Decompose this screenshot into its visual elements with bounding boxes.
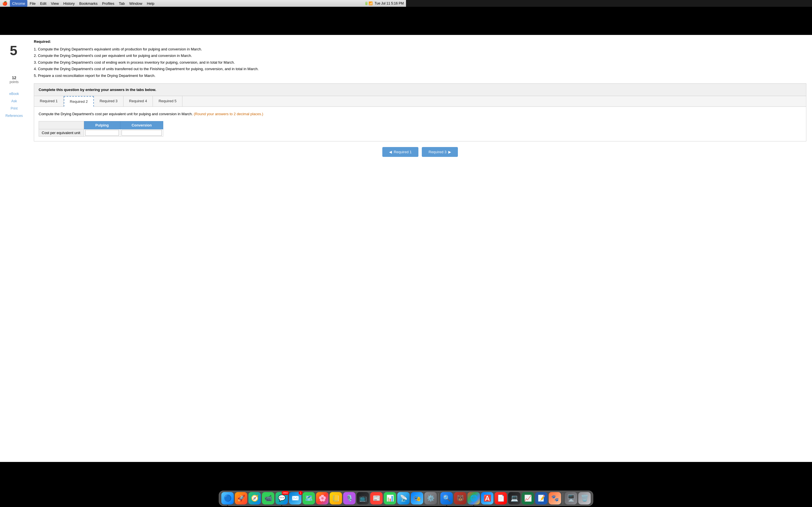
system-icons: 🔋📶 [364, 1, 373, 5]
conversion-input[interactable] [121, 130, 162, 136]
sidebar-link-ebook[interactable]: eBook [2, 91, 26, 97]
tab-required-2[interactable]: Required 2 [64, 96, 94, 107]
required-item-2: 2. Compute the Drying Department's cost … [34, 52, 406, 59]
tabs-container: Required 1 Required 2 Required 3 Require… [34, 96, 406, 142]
row-label: Cost per equivalent unit [39, 129, 84, 136]
tabs-row: Required 1 Required 2 Required 3 Require… [34, 96, 406, 107]
complete-box: Complete this question by entering your … [34, 83, 406, 96]
menubar-help[interactable]: Help [145, 0, 157, 7]
tab-required-5[interactable]: Required 5 [153, 96, 183, 107]
menubar: 🍎 Chrome File Edit View History Bookmark… [0, 0, 406, 7]
instruction-text: Compute the Drying Department's cost per… [39, 112, 193, 116]
tab-content: Compute the Drying Department's cost per… [34, 107, 406, 142]
sidebar-link-print[interactable]: Print [2, 105, 26, 112]
menubar-view[interactable]: View [49, 0, 61, 7]
required-list: 1. Compute the Drying Department's equiv… [34, 46, 406, 79]
menubar-tab[interactable]: Tab [116, 0, 127, 7]
main-content: Required: 1. Compute the Drying Departme… [28, 35, 406, 253]
cost-table: Pulping Conversion Cost per equivalent u… [39, 121, 163, 136]
conversion-input-cell [120, 129, 163, 136]
pulping-header: Pulping [84, 121, 120, 129]
prev-button[interactable]: ◀ Required 1 [382, 147, 406, 157]
browser-content: 5 12 points eBook Ask Print References R… [0, 35, 406, 253]
conversion-header: Conversion [120, 121, 163, 129]
complete-text: Complete this question by entering your … [39, 88, 156, 92]
menubar-chrome[interactable]: Chrome [10, 0, 28, 7]
pulping-input[interactable] [85, 130, 119, 136]
menubar-edit[interactable]: Edit [38, 0, 49, 7]
points-label: points [2, 80, 26, 84]
menubar-right: 🔋📶 Tue Jul 11 5:16 PM [364, 1, 404, 5]
prev-label: Required 1 [394, 150, 406, 154]
pulping-input-cell [84, 129, 120, 136]
browser-window: 5 12 points eBook Ask Print References R… [0, 7, 406, 253]
required-item-3: 3. Compute the Drying Department's cost … [34, 59, 406, 66]
tab-required-3[interactable]: Required 3 [94, 96, 123, 107]
tab-required-4[interactable]: Required 4 [123, 96, 153, 107]
menubar-file[interactable]: File [28, 0, 38, 7]
browser-top-black [0, 7, 406, 35]
sidebar-link-references[interactable]: References [2, 113, 26, 119]
datetime: Tue Jul 11 5:16 PM [374, 1, 404, 5]
nav-buttons: ◀ Required 1 Required 3 ▶ [34, 147, 406, 163]
problem-number: 5 [7, 44, 20, 57]
points-number: 12 [2, 75, 26, 80]
menubar-bookmarks[interactable]: Bookmarks [77, 0, 100, 7]
menubar-history[interactable]: History [61, 0, 77, 7]
tab-instruction: Compute the Drying Department's cost per… [39, 111, 406, 117]
empty-header [39, 121, 84, 129]
required-item-5: 5. Prepare a cost reconciliation report … [34, 72, 406, 79]
menubar-window[interactable]: Window [127, 0, 144, 7]
tab-required-1[interactable]: Required 1 [34, 96, 64, 107]
table-row: Cost per equivalent unit [39, 129, 163, 136]
sidebar-link-ask[interactable]: Ask [2, 98, 26, 104]
instruction-note-text: (Round your answers to 2 decimal places.… [194, 112, 263, 116]
required-item-1: 1. Compute the Drying Department's equiv… [34, 46, 406, 52]
apple-menu[interactable]: 🍎 [2, 1, 8, 6]
left-number-section: 5 [2, 40, 25, 62]
required-heading: Required: [34, 40, 406, 44]
problem-area: 5 12 points eBook Ask Print References R… [0, 35, 406, 253]
required-item-4: 4. Compute the Drying Department's cost … [34, 66, 406, 72]
prev-icon: ◀ [389, 150, 392, 154]
menubar-profiles[interactable]: Profiles [100, 0, 116, 7]
